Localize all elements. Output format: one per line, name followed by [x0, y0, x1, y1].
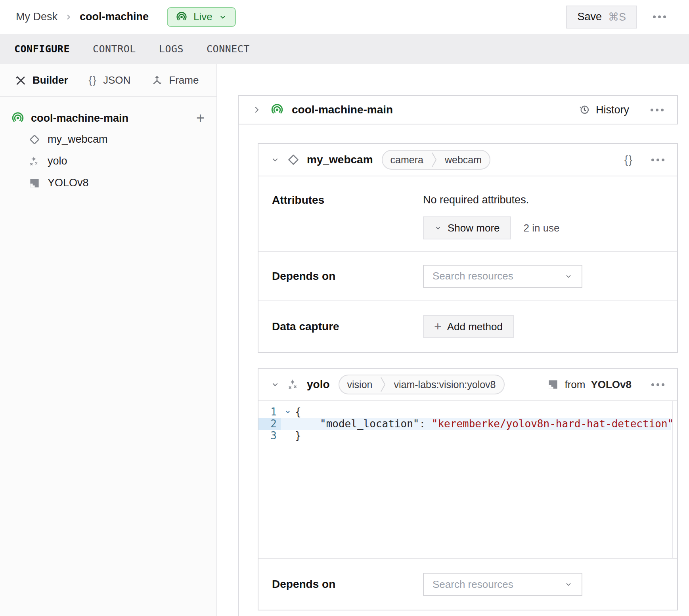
machine-status-dropdown[interactable]: Live: [167, 7, 236, 27]
my-webcam-card-header: my_webcam camera webcam {}: [258, 144, 677, 176]
pill-divider: [380, 375, 386, 394]
tab-connect[interactable]: CONNECT: [207, 43, 250, 55]
chevron-down-icon: [434, 224, 442, 232]
attributes-section: Attributes No required attributes. Show …: [258, 176, 677, 252]
save-label: Save: [577, 11, 602, 23]
service-card-yolo: yolo vision viam-labs:vision:yolov8: [258, 368, 678, 610]
depends-on-label: Depends on: [272, 578, 423, 591]
frame-axes-icon: [151, 75, 163, 86]
view-tab-json[interactable]: {} JSON: [89, 74, 131, 86]
line-number: 3: [258, 430, 281, 442]
component-title: my_webcam: [307, 153, 373, 166]
line-number: 2: [258, 418, 281, 430]
live-broadcast-icon: [11, 111, 25, 125]
from-module-link[interactable]: YOLOv8: [591, 379, 632, 391]
config-view-switcher: Builder {} JSON Frame: [0, 64, 216, 97]
chevron-down-icon: [564, 580, 573, 589]
breadcrumb-machine-name: cool-machine: [80, 11, 149, 23]
depends-on-section: Depends on Search resources: [258, 252, 677, 301]
component-type: camera: [383, 154, 431, 166]
tree-item-machine-part[interactable]: cool-machine-main +: [0, 108, 216, 128]
breadcrumb-parent-link[interactable]: My Desk: [16, 11, 57, 23]
tree-item-label: YOLOv8: [48, 177, 89, 189]
component-card-my-webcam: my_webcam camera webcam {}: [258, 143, 678, 353]
curly-braces-icon: {}: [89, 74, 97, 86]
data-capture-section: Data capture + Add method: [258, 301, 677, 352]
tab-control[interactable]: CONTROL: [93, 43, 136, 55]
save-button[interactable]: Save ⌘S: [566, 6, 637, 29]
attributes-in-use-count: 2 in use: [524, 222, 560, 234]
fold-chevron-icon[interactable]: [281, 406, 295, 418]
code-text: {: [295, 406, 301, 418]
editor-scrollbar-track: [672, 401, 673, 558]
history-label: History: [596, 104, 629, 116]
json-key: "model_location": [320, 418, 419, 430]
code-line-1: 1 {: [258, 406, 677, 418]
module-icon: [547, 379, 559, 390]
data-capture-label: Data capture: [272, 320, 423, 333]
code-text: }: [295, 430, 301, 442]
tab-configure[interactable]: CONFIGURE: [14, 43, 70, 55]
expand-chevron-icon[interactable]: [252, 105, 262, 115]
yolo-card-header: yolo vision viam-labs:vision:yolov8: [258, 369, 677, 401]
view-tab-json-label: JSON: [103, 74, 130, 86]
module-icon: [29, 177, 40, 189]
machine-more-options-button[interactable]: [647, 105, 664, 115]
code-line-2-highlighted: 2 "model_location": "keremberke/yolov8n-…: [258, 418, 677, 430]
more-options-button[interactable]: [649, 11, 670, 22]
view-tab-builder[interactable]: Builder: [15, 74, 68, 86]
chevron-down-icon: [564, 272, 573, 281]
service-model: viam-labs:vision:yolov8: [386, 379, 503, 390]
component-model: webcam: [437, 154, 490, 166]
depends-on-label: Depends on: [272, 270, 423, 283]
yolo-more-options-button[interactable]: [647, 379, 668, 390]
top-bar: My Desk cool-machine Live Save ⌘S: [0, 0, 689, 34]
my-webcam-more-options-button[interactable]: [647, 155, 668, 165]
vision-service-icon: [287, 378, 300, 391]
attributes-empty-text: No required attributes.: [423, 194, 560, 206]
save-shortcut: ⌘S: [608, 11, 626, 23]
collapse-chevron-icon[interactable]: [270, 380, 280, 389]
tools-icon: [15, 75, 27, 86]
show-more-button[interactable]: Show more: [423, 216, 511, 239]
yolo-depends-on-select[interactable]: Search resources: [423, 573, 582, 596]
edit-json-icon[interactable]: {}: [624, 154, 633, 166]
line-number: 1: [258, 406, 281, 418]
machine-part-title: cool-machine-main: [292, 103, 393, 116]
tree-item-label: my_webcam: [48, 133, 108, 145]
config-main-panel: cool-machine-main History: [217, 64, 689, 616]
add-resource-button[interactable]: +: [196, 111, 205, 125]
json-string-value: "keremberke/yolov8n-hard-hat-detection": [432, 418, 674, 430]
machine-part-card: cool-machine-main History: [238, 95, 678, 124]
service-type: vision: [339, 379, 381, 390]
chevron-right-icon: [65, 13, 73, 21]
yolo-depends-on-section: Depends on Search resources: [258, 559, 677, 610]
attributes-label: Attributes: [272, 176, 423, 251]
resource-tree: cool-machine-main + my_webcam: [0, 97, 216, 194]
tree-item-yolov8-module[interactable]: YOLOv8: [0, 172, 216, 194]
add-method-label: Add method: [447, 321, 503, 333]
tree-item-yolo[interactable]: yolo: [0, 150, 216, 172]
view-tab-frame-label: Frame: [169, 74, 199, 86]
service-title: yolo: [307, 378, 330, 391]
show-more-label: Show more: [448, 222, 500, 234]
history-button[interactable]: History: [578, 104, 629, 116]
tab-logs[interactable]: LOGS: [159, 43, 184, 55]
view-tab-frame[interactable]: Frame: [151, 74, 199, 86]
add-method-button[interactable]: + Add method: [423, 315, 514, 338]
pill-divider: [431, 151, 437, 169]
chevron-down-icon: [218, 13, 227, 21]
history-icon: [578, 104, 590, 116]
depends-on-select[interactable]: Search resources: [423, 265, 582, 288]
collapse-chevron-icon[interactable]: [270, 155, 280, 165]
component-type-pill: camera webcam: [382, 150, 490, 170]
tree-item-label: yolo: [48, 155, 67, 167]
config-sidebar: Builder {} JSON Frame: [0, 64, 217, 616]
camera-component-icon: [287, 153, 300, 166]
service-type-pill: vision viam-labs:vision:yolov8: [339, 375, 505, 394]
tree-indent-guide: [238, 124, 239, 616]
depends-on-placeholder: Search resources: [433, 270, 513, 282]
json-attributes-editor[interactable]: 1 { 2 "model_: [258, 401, 677, 559]
tree-item-my-webcam[interactable]: my_webcam: [0, 128, 216, 150]
plus-icon: +: [434, 320, 442, 333]
